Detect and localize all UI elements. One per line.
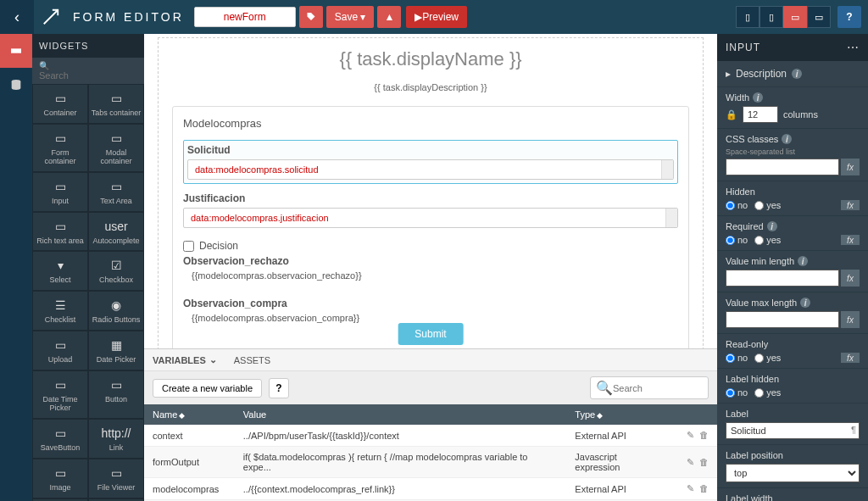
device-tablet[interactable]: ▯ xyxy=(760,6,783,28)
variable-row[interactable]: formOutputif( $data.modelocompras ){ ret… xyxy=(144,447,717,478)
field-scrollbar[interactable] xyxy=(665,209,677,227)
delete-icon[interactable]: 🗑 xyxy=(699,457,709,467)
widget-file-viewer[interactable]: ▭File Viewer xyxy=(88,459,144,498)
tag-button[interactable] xyxy=(299,6,323,28)
lock-icon: 🔒 xyxy=(726,109,737,120)
device-laptop[interactable]: ▭ xyxy=(783,6,807,28)
width-input[interactable] xyxy=(743,106,778,123)
widgets-panel: WIDGETS 🔍 ▭Container▭Tabs container▭Form… xyxy=(32,34,144,501)
field-decision[interactable]: Decision xyxy=(183,237,678,255)
field-solicitud[interactable]: Solicitud data:modelocompras.solicitud xyxy=(183,140,678,184)
help-button[interactable]: ? xyxy=(837,6,861,28)
widgets-search[interactable]: 🔍 xyxy=(32,58,144,84)
save-dropdown[interactable]: ▲ xyxy=(377,6,401,28)
variables-search[interactable]: 🔍 xyxy=(590,376,709,399)
edit-icon[interactable]: ✎ xyxy=(687,457,694,467)
info-icon: i xyxy=(800,298,810,308)
fx-button[interactable]: fx xyxy=(841,270,860,287)
info-icon: i xyxy=(798,256,808,266)
preview-button[interactable]: ▶ Preview xyxy=(406,6,467,28)
save-button[interactable]: Save ▾ xyxy=(326,6,375,28)
prop-description[interactable]: ▸ Description i xyxy=(717,61,868,86)
readonly-no[interactable] xyxy=(726,353,735,363)
form-name-input[interactable] xyxy=(194,7,296,27)
label-input[interactable] xyxy=(726,422,860,439)
rail-data[interactable] xyxy=(0,68,32,102)
delete-icon[interactable]: 🗑 xyxy=(699,430,709,440)
widget-form-container[interactable]: ▭Form container xyxy=(32,124,88,172)
fx-button[interactable]: fx xyxy=(841,200,860,210)
fx-button[interactable]: fx xyxy=(841,311,860,328)
widget-image[interactable]: ▭Image xyxy=(32,459,88,498)
required-no[interactable] xyxy=(726,236,735,245)
task-display-description: {{ task.displayDescription }} xyxy=(172,74,689,106)
widget-checklist[interactable]: ☰Checklist xyxy=(32,291,88,331)
widget-input[interactable]: ▭Input xyxy=(32,172,88,212)
field-justificacion[interactable]: Justificacion data:modelocompras.justifi… xyxy=(183,192,678,228)
fx-button[interactable]: fx xyxy=(841,235,860,245)
create-variable-button[interactable]: Create a new variable xyxy=(153,379,262,398)
labelhidden-no[interactable] xyxy=(726,388,735,398)
form-section[interactable]: Modelocompras Solicitud data:modelocompr… xyxy=(172,106,689,348)
paragraph-icon[interactable]: ¶ xyxy=(851,425,856,435)
app-logo xyxy=(34,0,68,34)
widget-modal-container[interactable]: ▭Modal container xyxy=(88,124,144,172)
device-preview-group: ▯ ▯ ▭ ▭ xyxy=(736,6,831,28)
rail-widgets[interactable] xyxy=(0,34,32,68)
widget-radio-buttons[interactable]: ◉Radio Buttons xyxy=(88,291,144,331)
widget-checkbox[interactable]: ☑Checkbox xyxy=(88,251,144,291)
widget-text-area[interactable]: ▭Text Area xyxy=(88,172,144,212)
section-title: Modelocompras xyxy=(183,117,678,130)
widget-date-time-picker[interactable]: ▭Date Time Picker xyxy=(32,370,88,419)
fx-button[interactable]: fx xyxy=(841,159,860,175)
labelhidden-yes[interactable] xyxy=(754,388,764,398)
device-mobile[interactable]: ▯ xyxy=(736,6,760,28)
widgets-icon xyxy=(9,44,23,58)
widget-upload[interactable]: ▭Upload xyxy=(32,331,88,370)
variable-row[interactable]: modelocompras../{{context.modelocompras_… xyxy=(144,478,717,500)
widget-date-picker[interactable]: ▦Date Picker xyxy=(88,331,144,370)
panel-menu[interactable]: ⋯ xyxy=(847,41,860,54)
svg-rect-0 xyxy=(11,48,21,53)
device-desktop[interactable]: ▭ xyxy=(807,6,831,28)
tab-variables[interactable]: VARIABLES ⌄ xyxy=(144,349,225,370)
widget-savebutton[interactable]: ▭SaveButton xyxy=(32,419,88,459)
decision-checkbox[interactable] xyxy=(183,241,194,252)
min-length-input[interactable] xyxy=(726,270,839,287)
widget-autocomplete[interactable]: userAutocomplete xyxy=(88,212,144,252)
back-button[interactable]: ‹ xyxy=(0,0,34,34)
widget-container[interactable]: ▭Container xyxy=(32,84,88,124)
col-name[interactable]: Name◆ xyxy=(144,404,235,425)
info-icon: i xyxy=(792,69,802,79)
widget-select[interactable]: ▾Select xyxy=(32,251,88,291)
fx-button[interactable]: fx xyxy=(841,353,860,363)
field-scrollbar[interactable] xyxy=(661,160,673,179)
widgets-search-input[interactable] xyxy=(39,70,137,81)
widget-link[interactable]: http://Link xyxy=(88,419,144,459)
widget-tabs-container[interactable]: ▭Tabs container xyxy=(88,84,144,124)
edit-icon[interactable]: ✎ xyxy=(687,430,694,440)
max-length-input[interactable] xyxy=(726,311,839,328)
delete-icon[interactable]: 🗑 xyxy=(699,483,709,493)
col-type[interactable]: Type◆ xyxy=(566,404,673,425)
label-position-select[interactable]: top xyxy=(726,464,860,482)
required-yes[interactable] xyxy=(754,236,764,245)
topbar: ‹ FORM EDITOR Save ▾ ▲ ▶ Preview ▯ ▯ ▭ ▭… xyxy=(0,0,868,34)
hidden-yes[interactable] xyxy=(754,201,764,210)
hidden-no[interactable] xyxy=(726,201,735,210)
edit-icon[interactable]: ✎ xyxy=(687,483,694,493)
submit-button[interactable]: Submit xyxy=(398,323,463,345)
bottom-panel: VARIABLES ⌄ ASSETS Create a new variable… xyxy=(144,348,717,501)
widget-rich-text-area[interactable]: ▭Rich text area xyxy=(32,212,88,252)
readonly-yes[interactable] xyxy=(754,353,764,363)
variables-help[interactable]: ? xyxy=(269,378,289,398)
variable-row[interactable]: context../API/bpm/userTask/{{taskId}}/co… xyxy=(144,425,717,447)
task-display-name: {{ task.displayName }} xyxy=(172,45,689,74)
css-classes-input[interactable] xyxy=(726,159,839,175)
widget-button[interactable]: ▭Button xyxy=(88,370,144,419)
left-rail xyxy=(0,34,32,501)
tab-assets[interactable]: ASSETS xyxy=(225,349,279,370)
field-obs-rechazo[interactable]: Observacion_rechazo {{modelocompras.obse… xyxy=(183,255,678,289)
info-icon: i xyxy=(767,221,777,231)
col-value[interactable]: Value xyxy=(235,404,566,425)
